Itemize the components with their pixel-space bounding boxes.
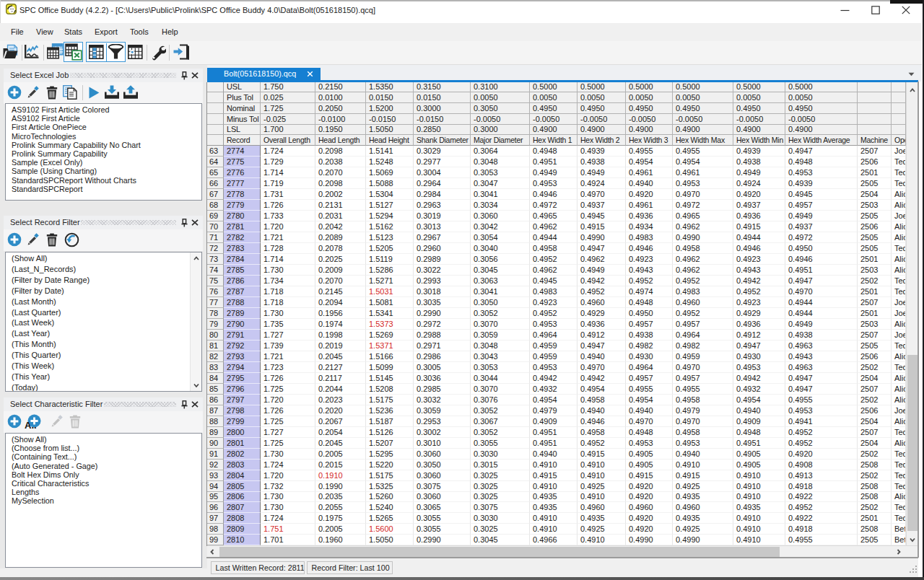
svg-text:A..: A.. <box>25 420 37 430</box>
